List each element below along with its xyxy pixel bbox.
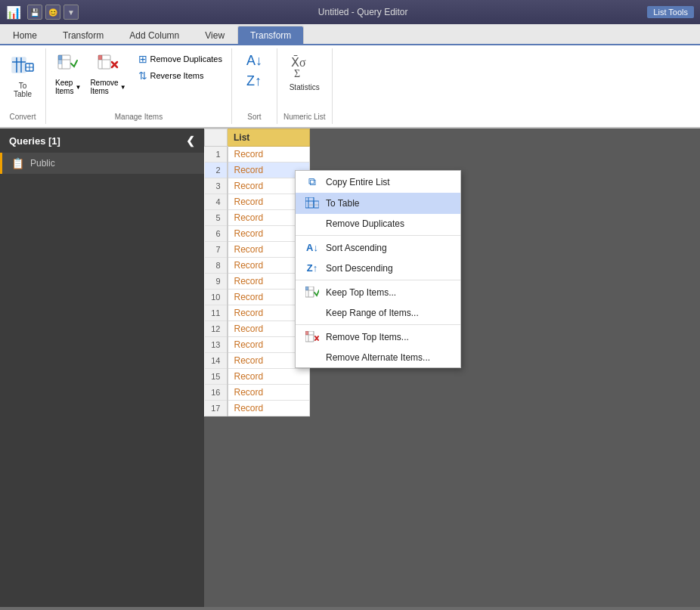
remove-duplicates-icon: ⊞ [138,53,147,65]
keep-items-label: KeepItems [55,79,73,95]
row-number: 1 [205,147,228,163]
statistics-label: Statistics [290,83,320,91]
record-value[interactable]: Record [228,147,310,163]
table-row[interactable]: 7Record [205,242,310,258]
tab-transform-1[interactable]: Transform [50,26,116,44]
sidebar: Queries [1] ❮ 📋 Public [0,129,204,607]
ctx-remove-top-items[interactable]: Remove Top Items... [296,327,460,348]
ctx-sort-desc-icon: Z↑ [305,262,320,274]
sort-asc-icon: A↓ [246,53,262,69]
svg-rect-20 [305,197,314,208]
ctx-sort-asc-label: Sort Ascending [326,243,387,253]
row-number: 6 [205,226,228,242]
to-table-icon [11,53,35,80]
save-button[interactable]: 💾 [27,5,42,20]
reverse-items-button[interactable]: ⇅ Reverse Items [135,68,225,83]
ctx-keep-range[interactable]: Keep Range of Items... [296,303,460,323]
table-row[interactable]: 17Record [205,401,310,416]
keep-items-arrow: ▼ [75,84,81,91]
table-row[interactable]: 9Record [205,274,310,290]
table-row[interactable]: 6Record [205,226,310,242]
ctx-keep-range-label: Keep Range of Items... [326,308,419,318]
remove-items-button[interactable]: RemoveItems ▼ [87,51,129,97]
table-row[interactable]: 14Record [205,353,310,369]
row-number: 5 [205,210,228,226]
ctx-copy-icon: ⧉ [305,175,320,188]
sort-group-label: Sort [247,110,261,121]
ctx-divider-2 [296,280,460,280]
tab-transform-list-tools[interactable]: Transform [237,26,304,44]
row-number: 14 [205,353,228,369]
table-row[interactable]: 13Record [205,337,310,353]
svg-rect-24 [314,201,319,208]
ribbon-group-convert: ToTable Convert [0,48,46,124]
ctx-remove-duplicates[interactable]: Remove Duplicates [296,214,460,234]
sidebar-item-public[interactable]: 📋 Public [0,153,204,174]
table-row[interactable]: 3Record [205,178,310,194]
table-row[interactable]: 11Record [205,305,310,321]
query-icon: 📋 [11,157,24,169]
table-row[interactable]: 10Record [205,290,310,305]
table-row[interactable]: 12Record [205,321,310,337]
remove-duplicates-label: Remove Duplicates [150,54,222,63]
sidebar-header: Queries [1] ❮ [0,129,204,153]
ctx-sort-ascending[interactable]: A↓ Sort Ascending [296,237,460,258]
table-row[interactable]: 1Record [205,147,310,163]
emoji-button[interactable]: 😊 [45,5,60,20]
row-number: 3 [205,178,228,194]
tab-home[interactable]: Home [0,26,50,44]
record-value[interactable]: Record [228,401,310,416]
ctx-divider-1 [296,235,460,236]
reverse-items-icon: ⇅ [138,70,147,82]
ctx-remove-alt-label: Remove Alternate Items... [326,352,430,363]
list-column-header: List [228,129,310,147]
remove-items-label: RemoveItems [90,79,118,95]
keep-items-label-row: KeepItems ▼ [55,79,81,95]
manage-content: KeepItems ▼ RemoveItem [52,51,225,110]
manage-group-label: Manage Items [115,110,163,121]
ctx-keep-top-items[interactable]: Keep Top Items... [296,282,460,303]
context-menu: ⧉ Copy Entire List To Table Remove [295,170,461,368]
tab-add-column[interactable]: Add Column [116,26,192,44]
table-row[interactable]: 16Record [205,385,310,401]
row-number: 8 [205,258,228,274]
ctx-divider-3 [296,324,460,325]
ctx-to-table-icon [305,197,320,209]
record-value[interactable]: Record [228,369,310,385]
table-row[interactable]: 15Record [205,369,310,385]
sidebar-title: Queries [1] [9,135,60,147]
ctx-copy-entire-list[interactable]: ⧉ Copy Entire List [296,171,460,193]
ribbon-group-sort: A↓ Z↑ Sort [232,48,277,124]
sort-descending-button[interactable]: Z↑ [243,72,265,91]
keep-items-icon [57,53,79,79]
manage-small-buttons: ⊞ Remove Duplicates ⇅ Reverse Items [135,51,225,83]
svg-rect-15 [98,55,102,60]
pin-button[interactable]: ▼ [63,5,79,20]
table-row[interactable]: 2Record [205,163,310,178]
svg-text:X̄σ: X̄σ [291,55,306,69]
to-table-button[interactable]: ToTable [6,51,39,100]
table-row[interactable]: 5Record [205,210,310,226]
keep-items-button[interactable]: KeepItems ▼ [52,51,84,97]
table-row[interactable]: 8Record [205,258,310,274]
ctx-remove-dup-label: Remove Duplicates [326,218,404,229]
statistics-icon: X̄σ Σ [291,53,318,82]
ctx-copy-label: Copy Entire List [326,177,390,187]
tab-view[interactable]: View [192,26,237,44]
ribbon-tabs: Home Transform Add Column View Transform [0,24,700,45]
record-value[interactable]: Record [228,385,310,401]
ctx-keep-icon [305,286,320,299]
sidebar-collapse-button[interactable]: ❮ [186,135,195,147]
numeric-group-label: Numeric List [283,110,326,121]
statistics-button[interactable]: X̄σ Σ Statistics [285,51,324,93]
table-row[interactable]: 4Record [205,194,310,210]
remove-duplicates-button[interactable]: ⊞ Remove Duplicates [135,51,225,67]
ctx-sort-asc-icon: A↓ [305,242,320,253]
ctx-sort-descending[interactable]: Z↑ Sort Descending [296,258,460,278]
ctx-to-table[interactable]: To Table [296,193,460,214]
ctx-remove-alternate[interactable]: Remove Alternate Items... [296,348,460,367]
ctx-to-table-label: To Table [326,198,359,209]
list-tools-label: List Tools [647,6,694,18]
sort-ascending-button[interactable]: A↓ [243,51,265,70]
grid-area: List 1Record2Record3Record4Record5Record… [204,129,700,607]
